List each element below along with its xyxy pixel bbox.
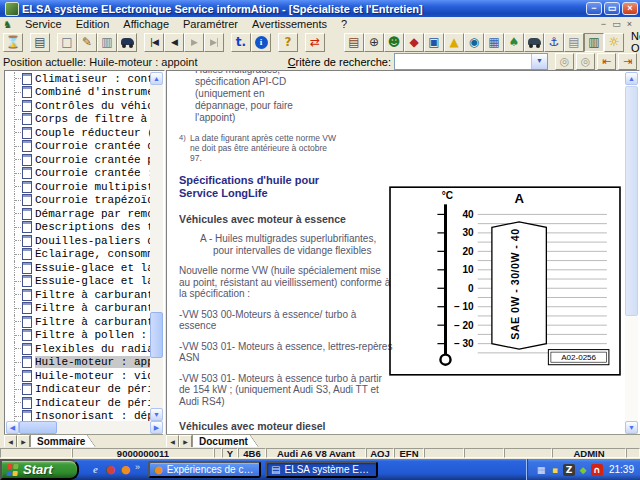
search-up-button[interactable]: ◎ [555, 53, 574, 70]
previous-page-button[interactable]: ◀ [164, 33, 184, 52]
scroll-right-icon[interactable]: ▶ [150, 421, 163, 434]
task-elsa[interactable]: ▤ELSA système ELectr... [265, 461, 378, 478]
scroll-down-icon[interactable]: ▼ [625, 421, 638, 434]
tray-icon-2[interactable]: ▪ [549, 464, 561, 476]
tree-item[interactable]: Insonorisant : dép [14, 410, 150, 422]
tray-icon-4[interactable]: ◆ [577, 464, 589, 476]
user-button[interactable]: ☻ [384, 33, 404, 52]
vehicle2-button[interactable] [524, 33, 544, 52]
first-page-button[interactable]: |◀ [144, 33, 164, 52]
tree-item[interactable]: Filtre à carburant [14, 288, 150, 302]
tree-item[interactable]: Courroie crantée p [14, 153, 150, 167]
tree-connector [15, 159, 21, 160]
tree-item[interactable]: Courroie crantée : [14, 167, 150, 181]
menu-paramtrer[interactable]: Paramétrer [176, 17, 245, 31]
tray-icon-1[interactable]: ▦ [535, 464, 547, 476]
tree-vertical-scrollbar[interactable]: ▲ ▼ [150, 72, 163, 421]
tree-vscroll-thumb[interactable] [150, 312, 163, 358]
restore-button[interactable]: ▭ [604, 2, 620, 15]
tree-item[interactable]: Couple réducteur ( [14, 126, 150, 140]
next-page-button[interactable]: ▶ [184, 33, 204, 52]
tree-item[interactable]: Flexibles du radia [14, 342, 150, 356]
scroll-up-icon[interactable]: ▲ [150, 72, 163, 85]
notepad-button[interactable]: ▤ [564, 33, 584, 52]
tree-item[interactable]: Combiné d'instrume [14, 86, 150, 100]
scroll-left-icon[interactable]: ◀ [6, 421, 19, 434]
tree-item[interactable]: Huile-moteur : vid [14, 369, 150, 383]
minimize-button[interactable]: − [586, 2, 602, 15]
new-document-button[interactable]: □ [57, 33, 77, 52]
t-button[interactable]: t. [231, 33, 251, 52]
anchor-button[interactable]: ⚓ [544, 33, 564, 52]
document-vertical-scrollbar[interactable]: ▲ ▼ [625, 72, 638, 434]
wheel-button[interactable]: ⊕ [364, 33, 384, 52]
copy-button[interactable]: ▥ [97, 33, 117, 52]
vehicle-button[interactable] [117, 33, 137, 52]
tree-item[interactable]: Courroie trapézoïd [14, 194, 150, 208]
jump-forward-button[interactable]: ⇥ [618, 53, 637, 70]
exit-button[interactable]: ⌛ [3, 33, 23, 52]
print-button[interactable]: ▤ [30, 33, 50, 52]
ie-icon[interactable]: e [88, 462, 103, 477]
tree-item[interactable]: Huile-moteur : app [14, 356, 150, 370]
tree-item[interactable]: Éclairage, consomm [14, 248, 150, 262]
quick-launch-icon-2[interactable]: ● [103, 462, 118, 477]
tree-item[interactable]: Climatiseur : cont [14, 72, 150, 86]
manual-button[interactable]: ▤ [344, 33, 364, 52]
tree-item[interactable]: Indicateur de péri [14, 383, 150, 397]
sidebar-tabset: ◀ ▶ Sommaire [4, 434, 163, 448]
library-button[interactable]: ▥ [584, 33, 604, 52]
tree-item[interactable]: Contrôles du véhic [14, 99, 150, 113]
tree-item[interactable]: Essuie-glace et la [14, 261, 150, 275]
edit-button[interactable]: ✎ [77, 33, 97, 52]
search-input[interactable] [395, 54, 531, 69]
scroll-down-icon[interactable]: ▼ [150, 408, 163, 421]
mdi-minimize-button[interactable]: − [597, 19, 610, 29]
warning-button[interactable]: ▲ [444, 33, 464, 52]
mdi-close-button[interactable]: × [623, 19, 636, 29]
swap-button[interactable]: ⇄ [305, 33, 325, 52]
search-down-button[interactable]: ◎ [576, 53, 595, 70]
tree-item[interactable]: Indicateur de péri [14, 396, 150, 410]
tree-horizontal-scrollbar[interactable]: ◀ ▶ [6, 421, 163, 434]
image-button[interactable]: ▣ [424, 33, 444, 52]
tree-item[interactable]: Filtre à carburant [14, 315, 150, 329]
tree-item[interactable]: Descriptions des t [14, 221, 150, 235]
document-vscroll-thumb[interactable] [625, 86, 638, 316]
monitor-button[interactable]: ▦ [484, 33, 504, 52]
menu-service[interactable]: Service [18, 17, 69, 31]
info-button[interactable]: i [251, 33, 271, 52]
tree-item[interactable]: Filtre à pollen : [14, 329, 150, 343]
globe-button[interactable]: ◉ [464, 33, 484, 52]
tree-item[interactable]: Filtre à carburant [14, 302, 150, 316]
tray-icon-5[interactable]: ∩ [591, 464, 603, 476]
tray-icon-3[interactable]: Z [563, 464, 575, 476]
menu-affichage[interactable]: Affichage [116, 17, 176, 31]
tree-item[interactable]: Courroie crantée d [14, 140, 150, 154]
menu-edition[interactable]: Edition [69, 17, 117, 31]
tree-item[interactable]: Démarrage par remo [14, 207, 150, 221]
start-button[interactable]: Start [0, 459, 79, 480]
leaf-button[interactable]: ♠ [504, 33, 524, 52]
tree-hscroll-thumb[interactable] [19, 421, 57, 434]
quick-launch-overflow-icon[interactable]: » [135, 462, 140, 472]
lamp-button[interactable]: ☼ [604, 33, 624, 52]
firefox-icon[interactable]: ● [118, 462, 133, 477]
last-page-button[interactable]: ▶| [204, 33, 224, 52]
combo-dropdown-arrow-icon[interactable]: ▼ [531, 54, 547, 69]
menu-avertissements[interactable]: Avertissements [245, 17, 334, 31]
parts-button[interactable]: ◆ [404, 33, 424, 52]
jump-back-button[interactable]: ⇤ [597, 53, 616, 70]
task-firefox[interactable]: ●Expériences de cond... [148, 461, 261, 478]
tree-item[interactable]: Courroie multipist [14, 180, 150, 194]
tree-item[interactable]: Douilles-paliers d [14, 234, 150, 248]
tree-item[interactable]: Essuie-glace et la [14, 275, 150, 289]
search-combobox[interactable]: ▼ [394, 53, 548, 70]
tree-item[interactable]: Corps de filtre à [14, 113, 150, 127]
scroll-up-icon[interactable]: ▲ [625, 72, 638, 85]
menu-?[interactable]: ? [334, 17, 354, 31]
close-button[interactable]: × [622, 2, 638, 15]
section-item: A - Huiles multigrades superlubrifiantes… [179, 233, 395, 256]
mdi-restore-button[interactable]: ▭ [610, 19, 623, 29]
help-button[interactable]: ? [278, 33, 298, 52]
